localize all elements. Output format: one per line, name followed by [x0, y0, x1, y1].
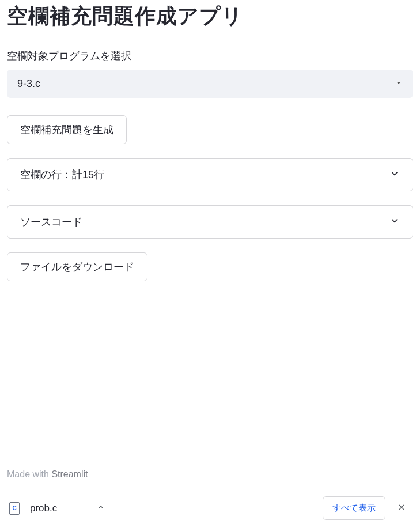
close-icon	[397, 503, 406, 512]
download-file-button[interactable]: ファイルをダウンロード	[7, 252, 147, 281]
expander-source-code-label: ソースコード	[20, 215, 82, 229]
divider	[130, 496, 130, 521]
expander-blank-lines-label: 空欄の行：計15行	[20, 168, 104, 182]
footer: Made with Streamlit	[0, 463, 420, 488]
select-value: 9-3.c	[17, 78, 40, 90]
file-c-icon: C	[9, 502, 20, 515]
show-all-button[interactable]: すべて表示	[323, 496, 385, 520]
select-label: 空欄対象プログラムを選択	[7, 49, 413, 63]
footer-made-with: Made with	[7, 469, 51, 479]
expander-blank-lines[interactable]: 空欄の行：計15行	[7, 158, 413, 191]
generate-button[interactable]: 空欄補充問題を生成	[7, 115, 127, 144]
download-item[interactable]: C prob.c	[9, 502, 119, 515]
chevron-down-icon	[389, 168, 400, 182]
chevron-down-icon	[389, 216, 400, 229]
chevron-up-icon[interactable]	[67, 503, 105, 514]
expander-source-code[interactable]: ソースコード	[7, 205, 413, 239]
footer-brand: Streamlit	[51, 469, 88, 479]
download-bar: C prob.c すべて表示	[0, 488, 420, 528]
download-file-name: prob.c	[30, 503, 57, 514]
program-select[interactable]: 9-3.c	[7, 70, 413, 98]
close-download-bar-button[interactable]	[392, 498, 411, 519]
dropdown-arrow-icon	[395, 78, 403, 90]
page-title: 空欄補充問題作成アプリ	[7, 2, 413, 31]
